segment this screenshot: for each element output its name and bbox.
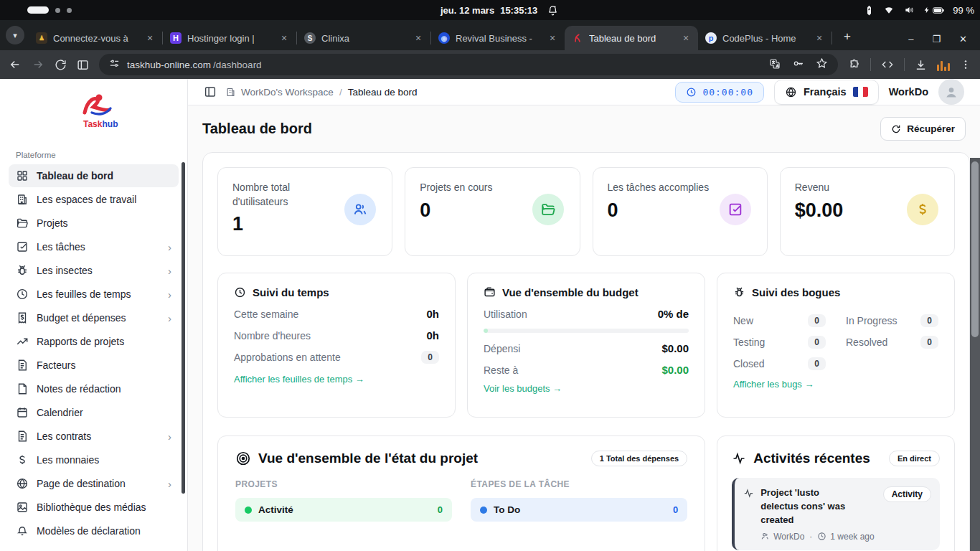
users-icon xyxy=(344,194,376,225)
budget-overview-card: Vue d'ensemble du budget Utilisation0% d… xyxy=(467,273,705,418)
translate-icon[interactable] xyxy=(769,58,781,72)
page-scrollbar[interactable] xyxy=(970,158,980,551)
sidebar-scrollbar[interactable] xyxy=(182,162,185,494)
card-title: Activités récentes xyxy=(753,451,870,466)
forward-icon[interactable] xyxy=(32,58,44,71)
new-tab-button[interactable] xyxy=(838,27,857,46)
close-tab-icon[interactable] xyxy=(143,32,156,44)
stat-card-users[interactable]: Nombre total d'utilisateurs 1 xyxy=(217,167,392,256)
close-tab-icon[interactable] xyxy=(679,32,692,44)
sidebar-item-workspaces[interactable]: Les espaces de travail xyxy=(9,188,179,211)
workspace-dot[interactable] xyxy=(55,8,60,13)
address-bar[interactable]: taskhub-online.com/dashboard xyxy=(99,54,838,75)
privacy-indicator-icon[interactable] xyxy=(864,5,875,16)
pulse-icon xyxy=(732,451,746,466)
activity-item[interactable]: Project 'Iusto delectus cons' was create… xyxy=(732,478,940,550)
tab-clinixa[interactable]: S Clinixa xyxy=(297,26,430,50)
total-badge: 1 Total des dépenses xyxy=(591,451,687,466)
tab-hostinger[interactable]: H Hostinger login | xyxy=(163,26,296,50)
timer-widget[interactable]: 00:00:00 xyxy=(675,82,764,103)
bookmark-star-icon[interactable] xyxy=(816,57,828,72)
activity-user: WorkDo xyxy=(773,532,804,542)
system-date[interactable]: jeu. 12 mars xyxy=(440,5,494,16)
tab-codeplus[interactable]: p CodePlus - Home xyxy=(698,26,831,50)
card-title: Vue d'ensemble du budget xyxy=(502,286,639,298)
tab-revival[interactable]: ◉ Revival Business - xyxy=(431,26,565,50)
tab-login-site[interactable]: ♟ Connectez-vous à xyxy=(29,26,162,50)
check-square-icon xyxy=(16,240,29,253)
sidebar-toggle-icon[interactable] xyxy=(204,85,217,98)
sidebar-item-notes[interactable]: Notes de rédaction xyxy=(9,377,179,400)
sidebar-item-statement-templates[interactable]: Modèles de déclaration xyxy=(9,519,179,542)
sidebar-item-reports[interactable]: Rapports de projets xyxy=(9,330,179,353)
sidebar-item-dashboard[interactable]: Tableau de bord xyxy=(9,164,179,187)
sidebar-item-calendar[interactable]: Calendrier xyxy=(9,401,179,424)
back-icon[interactable] xyxy=(9,58,22,71)
stat-card-tasks[interactable]: Les tâches accomplies 0 xyxy=(593,167,768,256)
stat-card-revenue[interactable]: Revenu $0.00 xyxy=(780,167,955,256)
sidebar-item-currencies[interactable]: Les monnaies xyxy=(9,448,179,471)
sidebar-item-media-library[interactable]: Bibliothèque des médias xyxy=(9,496,179,519)
sidebar-item-landing-page[interactable]: Page de destination xyxy=(9,472,179,495)
trending-up-icon xyxy=(16,335,29,348)
sidebar-item-budget[interactable]: Budget et dépenses xyxy=(9,306,179,329)
window-close-icon[interactable]: ✕ xyxy=(959,34,967,44)
close-tab-icon[interactable] xyxy=(412,32,425,44)
page-scrollbar-thumb[interactable] xyxy=(971,161,979,337)
sidebar-item-contracts[interactable]: Les contrats xyxy=(9,425,179,448)
project-status-row[interactable]: Activité 0 xyxy=(235,498,452,522)
chevron-right-icon xyxy=(168,241,171,253)
notification-bell-icon[interactable] xyxy=(547,5,558,16)
sidebar-section-label: Plateforme xyxy=(0,145,187,164)
sidebar-item-timesheets[interactable]: Les feuilles de temps xyxy=(9,283,179,306)
user-avatar[interactable] xyxy=(938,79,964,105)
tab-search-button[interactable]: ▾ xyxy=(6,26,24,44)
workspace-pill[interactable] xyxy=(27,6,49,14)
close-tab-icon[interactable] xyxy=(813,32,826,44)
building-icon xyxy=(16,193,29,206)
mela-extension-icon[interactable] xyxy=(937,58,950,71)
window-restore-icon[interactable]: ❐ xyxy=(932,34,941,44)
password-key-icon[interactable] xyxy=(792,57,804,72)
task-stage-row[interactable]: To Do 0 xyxy=(471,498,687,522)
toolbar-divider xyxy=(870,58,871,71)
downloads-icon[interactable] xyxy=(915,59,927,71)
sidebar-item-invoices[interactable]: Facteurs xyxy=(9,354,179,377)
column-label: PROJETS xyxy=(235,479,452,489)
chevron-right-icon xyxy=(168,430,171,443)
hostinger-favicon: H xyxy=(170,32,182,44)
reload-icon[interactable] xyxy=(55,59,67,71)
close-tab-icon[interactable] xyxy=(278,32,291,44)
browser-menu-icon[interactable] xyxy=(960,59,971,70)
view-timesheets-link[interactable]: Afficher les feuilles de temps → xyxy=(234,374,364,385)
tab-taskhub-active[interactable]: Tableau de bord xyxy=(565,26,698,50)
volume-icon[interactable] xyxy=(903,5,915,15)
chevron-right-icon xyxy=(168,288,171,301)
wallet-icon xyxy=(484,286,496,298)
breadcrumb-workspace[interactable]: WorkDo's Workspace xyxy=(225,87,334,98)
file-icon xyxy=(16,382,29,395)
sidebar-item-tasks[interactable]: Les tâches xyxy=(9,235,179,258)
refresh-button[interactable]: Récupérer xyxy=(880,117,966,141)
wifi-icon[interactable] xyxy=(883,5,895,15)
view-bugs-link[interactable]: Afficher les bugs → xyxy=(733,379,814,390)
breadcrumb-current: Tableau de bord xyxy=(348,87,418,98)
battery-icon[interactable] xyxy=(923,6,944,15)
stat-card-projects[interactable]: Projets en cours 0 xyxy=(405,167,580,256)
site-settings-icon[interactable] xyxy=(109,58,120,71)
bug-tracking-card: Suivi des bogues New0 In Progress0 Testi… xyxy=(717,273,955,418)
window-minimize-icon[interactable]: – xyxy=(908,34,913,44)
system-time[interactable]: 15:35:13 xyxy=(500,5,537,16)
close-tab-icon[interactable] xyxy=(546,32,559,44)
taskhub-logo[interactable]: Taskhub xyxy=(0,79,187,145)
bell-icon xyxy=(16,524,29,537)
view-budgets-link[interactable]: Voir les budgets → xyxy=(484,383,562,394)
sidebar-item-projects[interactable]: Projets xyxy=(9,212,179,235)
system-bar: jeu. 12 mars 15:35:13 99 % xyxy=(0,0,980,20)
sidebar-item-bugs[interactable]: Les insectes xyxy=(9,259,179,282)
language-selector[interactable]: Français xyxy=(774,80,879,105)
devtools-code-icon[interactable] xyxy=(881,59,894,70)
side-panel-icon[interactable] xyxy=(77,59,89,71)
workspace-dot[interactable] xyxy=(67,8,72,13)
extensions-icon[interactable] xyxy=(848,59,860,71)
